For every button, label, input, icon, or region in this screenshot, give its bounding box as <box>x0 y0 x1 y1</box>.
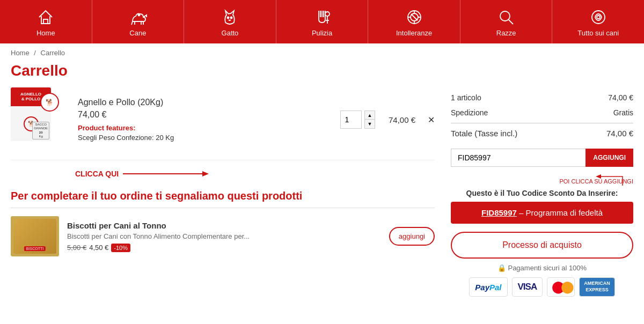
poi-clicca-annotation: POI CLICCA SU AGGIUNGI <box>451 168 633 187</box>
header: Home Cane Gatto <box>0 0 644 43</box>
summary-articolo-label: 1 articolo <box>451 93 481 102</box>
cart-item-name: Agnello e Pollo (20Kg) <box>78 98 332 107</box>
recommended-add-button[interactable]: aggiungi <box>389 227 435 246</box>
main-content: AGNELLO& POLLO 🐕 SACCOGRANDE20Kg 🐕 Agnel… <box>0 87 644 297</box>
coupon-input[interactable] <box>451 149 586 167</box>
cart-item-features-label: Product features: <box>78 124 332 132</box>
svg-marker-11 <box>202 171 209 176</box>
svg-rect-0 <box>43 19 48 24</box>
new-price: 4,50 € <box>89 244 108 252</box>
summary-section: 1 articolo 74,00 € Spedizione Gratis Tot… <box>451 87 633 297</box>
visa-icon: VISA <box>512 277 543 297</box>
cart-item-quantity: ▲ ▼ <box>340 111 375 129</box>
pulizia-icon <box>311 6 333 28</box>
poi-clicca-label: POI CLICCA SU AGGIUNGI <box>559 178 633 185</box>
nav-pulizia-label: Pulizia <box>312 29 332 37</box>
summary-totale-value: 74,00 € <box>606 129 633 138</box>
recommended-item-name: Biscotti per Cani al Tonno <box>67 221 381 230</box>
summary-spedizione-label: Spedizione <box>451 108 488 117</box>
home-icon <box>35 6 56 28</box>
quantity-down[interactable]: ▼ <box>364 120 375 129</box>
processo-acquisto-button[interactable]: Processo di acquisto <box>451 232 633 259</box>
svg-point-1 <box>138 14 140 16</box>
svg-point-9 <box>597 16 600 19</box>
summary-spedizione-value: Gratis <box>613 108 633 117</box>
nav-intolleranze[interactable]: Intolleranze <box>368 0 460 43</box>
old-price: 5,00 € <box>67 244 86 252</box>
nav-tutto-sui-cani-label: Tutto sui cani <box>577 29 619 37</box>
summary-spedizione-row: Spedizione Gratis <box>451 105 633 120</box>
cart-item-features-value: Scegli Peso Confezione: 20 Kg <box>78 134 332 142</box>
recommended-item-image: BISCOTTI <box>11 216 59 256</box>
nav-gatto[interactable]: Gatto <box>184 0 276 43</box>
recommended-divider <box>11 208 435 208</box>
svg-point-2 <box>228 17 229 19</box>
summary-articolo-value: 74,00 € <box>608 93 633 102</box>
quantity-arrows: ▲ ▼ <box>364 111 375 129</box>
coupon-button[interactable]: AGGIUNGI <box>586 149 633 167</box>
svg-point-4 <box>325 12 330 16</box>
discount-badge: -10% <box>111 244 130 252</box>
breadcrumb: Home / Carrello <box>0 43 644 62</box>
cart-item-total: 74,00 € <box>389 115 415 124</box>
breadcrumb-current: Carrello <box>41 49 65 57</box>
discount-code-link[interactable]: FID85997 <box>481 208 517 217</box>
razze-icon <box>495 6 517 28</box>
nav-home[interactable]: Home <box>0 0 92 43</box>
recommended-item: BISCOTTI Biscotti per Cani al Tonno Bisc… <box>11 216 435 256</box>
nav-cane[interactable]: Cane <box>92 0 185 43</box>
codice-label: Questo è il Tuo Codice Sconto Da Inserir… <box>451 189 633 197</box>
clicca-arrow-icon <box>123 168 209 179</box>
breadcrumb-home[interactable]: Home <box>11 49 30 57</box>
mastercard-icon: ⬤⬤ <box>547 277 575 297</box>
svg-point-7 <box>500 11 510 21</box>
page-title: Carrello <box>0 62 644 87</box>
discount-code-box: FID85997 – Programma di fedeltà <box>451 202 633 224</box>
quantity-up[interactable]: ▲ <box>364 111 375 120</box>
paypal-icon: PayPal <box>469 277 507 297</box>
intolleranze-icon <box>404 6 425 28</box>
recommended-item-details: Biscotti per Cani al Tonno Biscotti per … <box>67 221 381 252</box>
remove-item-icon[interactable]: ✕ <box>428 115 435 125</box>
gatto-icon <box>219 6 240 28</box>
nav-intolleranze-label: Intolleranze <box>396 29 432 37</box>
coupon-row: AGGIUNGI <box>451 149 633 167</box>
summary-articolo-row: 1 articolo 74,00 € <box>451 90 633 105</box>
nav-gatto-label: Gatto <box>222 29 239 37</box>
main-nav: Home Cane Gatto <box>0 0 644 43</box>
svg-point-8 <box>592 11 605 24</box>
cart-item-details: Agnello e Pollo (20Kg) 74,00 € Product f… <box>78 98 332 142</box>
nav-razze-label: Razze <box>496 29 516 37</box>
nav-home-label: Home <box>36 29 55 37</box>
discount-code-suffix: – Programma di fedeltà <box>519 208 603 217</box>
summary-totale-row: Totale (Tasse incl.) 74,00 € <box>451 123 633 143</box>
secure-payment-label: 🔒 Pagamenti sicuri al 100% <box>451 264 633 272</box>
cane-icon <box>127 6 149 28</box>
tutto-sui-cani-icon <box>588 6 609 28</box>
svg-point-3 <box>231 17 232 19</box>
cart-item: AGNELLO& POLLO 🐕 SACCOGRANDE20Kg 🐕 Agnel… <box>11 87 435 160</box>
recommended-item-desc: Biscotti per Cani con Tonno Alimento Com… <box>67 232 381 240</box>
amex-icon: AMERICANEXPRESS <box>579 277 615 297</box>
quantity-input[interactable] <box>340 111 362 129</box>
nav-pulizia[interactable]: Pulizia <box>276 0 369 43</box>
payment-icons: PayPal VISA ⬤⬤ AMERICANEXPRESS <box>451 277 633 297</box>
nav-cane-label: Cane <box>129 29 146 37</box>
nav-tutto-sui-cani[interactable]: Tutto sui cani <box>552 0 644 43</box>
recommended-item-pricing: 5,00 € 4,50 € -10% <box>67 244 381 252</box>
product-image: AGNELLO& POLLO 🐕 SACCOGRANDE20Kg 🐕 <box>11 87 70 152</box>
recommended-title: Per completare il tuo ordine ti segnalia… <box>11 190 435 202</box>
clicca-qui-label: CLICCA QUI <box>75 170 119 178</box>
nav-razze[interactable]: Razze <box>460 0 553 43</box>
summary-totale-label: Totale (Tasse incl.) <box>451 129 517 138</box>
breadcrumb-separator: / <box>34 49 36 57</box>
recommended-section: Per completare il tuo ordine ti segnalia… <box>11 190 435 256</box>
clicca-qui-section: CLICCA QUI <box>11 163 435 187</box>
cart-section: AGNELLO& POLLO 🐕 SACCOGRANDE20Kg 🐕 Agnel… <box>11 87 435 297</box>
cart-item-price: 74,00 € <box>78 110 332 120</box>
